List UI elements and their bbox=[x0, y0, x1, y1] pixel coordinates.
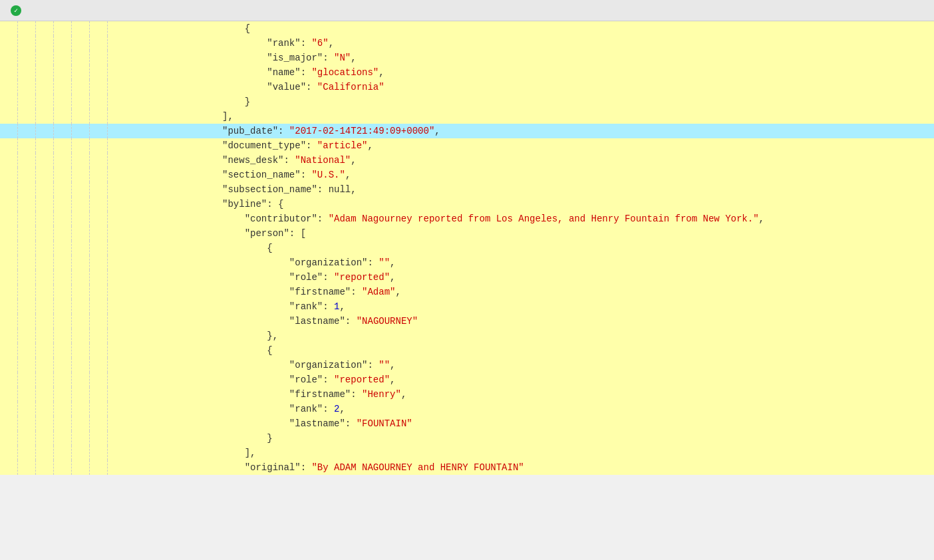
gutter-col bbox=[72, 416, 90, 431]
line-content: "role": "reported", bbox=[108, 270, 934, 285]
gutter-col bbox=[54, 285, 72, 299]
line-content: "subsection_name": null, bbox=[108, 182, 934, 197]
code-area[interactable]: { "rank": "6", "is_major": "N", "name": … bbox=[0, 21, 934, 475]
gutter-col bbox=[36, 416, 54, 431]
gutter-col bbox=[90, 285, 108, 299]
gutter-col bbox=[0, 168, 18, 182]
gutter-col bbox=[36, 446, 54, 460]
gutter-col bbox=[90, 299, 108, 314]
gutter-col bbox=[0, 65, 18, 80]
code-line: "organization": "", bbox=[0, 358, 934, 372]
gutter-col bbox=[36, 51, 54, 65]
gutter-col bbox=[0, 285, 18, 299]
line-content: "firstname": "Henry", bbox=[108, 387, 934, 402]
gutter-col bbox=[36, 255, 54, 270]
gutter-col bbox=[54, 343, 72, 358]
gutter-col bbox=[90, 460, 108, 475]
gutter-col bbox=[0, 80, 18, 94]
gutter-col bbox=[72, 314, 90, 329]
gutter-col bbox=[54, 211, 72, 226]
gutter-col bbox=[0, 372, 18, 387]
done-icon bbox=[11, 5, 21, 16]
gutter-col bbox=[18, 94, 36, 109]
gutter-col bbox=[90, 94, 108, 109]
gutter-col bbox=[90, 182, 108, 197]
gutter-col bbox=[18, 211, 36, 226]
line-content: { bbox=[108, 343, 934, 358]
gutter-col bbox=[90, 431, 108, 446]
gutter-col bbox=[18, 51, 36, 65]
code-line: "lastname": "FOUNTAIN" bbox=[0, 416, 934, 431]
gutter-col bbox=[36, 372, 54, 387]
gutter-col bbox=[0, 241, 18, 255]
gutter-col bbox=[90, 21, 108, 36]
gutter-col bbox=[54, 416, 72, 431]
code-line: "section_name": "U.S.", bbox=[0, 168, 934, 182]
gutter-col bbox=[54, 299, 72, 314]
gutter bbox=[0, 314, 108, 329]
gutter-col bbox=[90, 226, 108, 241]
gutter-col bbox=[0, 387, 18, 402]
code-line: } bbox=[0, 431, 934, 446]
line-content: "firstname": "Adam", bbox=[108, 285, 934, 299]
line-content: ], bbox=[108, 446, 934, 460]
gutter bbox=[0, 153, 108, 168]
gutter-col bbox=[72, 372, 90, 387]
code-line: "rank": 1, bbox=[0, 299, 934, 314]
gutter-col bbox=[72, 109, 90, 124]
gutter-col bbox=[54, 65, 72, 80]
code-line: "original": "By ADAM NAGOURNEY and HENRY… bbox=[0, 460, 934, 475]
gutter-col bbox=[36, 138, 54, 153]
gutter-col bbox=[90, 255, 108, 270]
gutter-col bbox=[54, 241, 72, 255]
code-line: { bbox=[0, 21, 934, 36]
gutter bbox=[0, 285, 108, 299]
gutter-col bbox=[0, 153, 18, 168]
gutter bbox=[0, 182, 108, 197]
gutter-col bbox=[90, 270, 108, 285]
gutter-col bbox=[0, 416, 18, 431]
gutter-col bbox=[0, 329, 18, 343]
code-line: { bbox=[0, 343, 934, 358]
gutter-col bbox=[36, 168, 54, 182]
gutter-col bbox=[36, 80, 54, 94]
gutter-col bbox=[54, 314, 72, 329]
code-line: "pub_date": "2017-02-14T21:49:09+0000", bbox=[0, 124, 934, 138]
gutter-col bbox=[0, 255, 18, 270]
gutter bbox=[0, 329, 108, 343]
gutter-col bbox=[0, 109, 18, 124]
gutter-col bbox=[0, 211, 18, 226]
gutter-col bbox=[36, 153, 54, 168]
code-line: "role": "reported", bbox=[0, 270, 934, 285]
toolbar bbox=[0, 0, 934, 21]
gutter bbox=[0, 241, 108, 255]
gutter-col bbox=[72, 65, 90, 80]
gutter bbox=[0, 21, 108, 36]
line-content: "person": [ bbox=[108, 226, 934, 241]
gutter-col bbox=[54, 36, 72, 51]
code-line: "document_type": "article", bbox=[0, 138, 934, 153]
gutter-col bbox=[90, 387, 108, 402]
line-content: "is_major": "N", bbox=[108, 51, 934, 65]
gutter-col bbox=[18, 65, 36, 80]
gutter-col bbox=[90, 241, 108, 255]
gutter-col bbox=[0, 197, 18, 211]
gutter-col bbox=[54, 446, 72, 460]
gutter bbox=[0, 372, 108, 387]
gutter-col bbox=[18, 460, 36, 475]
gutter bbox=[0, 387, 108, 402]
gutter-col bbox=[18, 416, 36, 431]
gutter-col bbox=[36, 431, 54, 446]
gutter-col bbox=[18, 21, 36, 36]
gutter-col bbox=[54, 372, 72, 387]
gutter-col bbox=[0, 51, 18, 65]
gutter-col bbox=[72, 51, 90, 65]
gutter bbox=[0, 270, 108, 285]
code-line: "value": "California" bbox=[0, 80, 934, 94]
line-content: "value": "California" bbox=[108, 80, 934, 94]
gutter-col bbox=[54, 153, 72, 168]
gutter bbox=[0, 138, 108, 153]
line-content: }, bbox=[108, 329, 934, 343]
gutter-col bbox=[54, 431, 72, 446]
code-line: ], bbox=[0, 446, 934, 460]
